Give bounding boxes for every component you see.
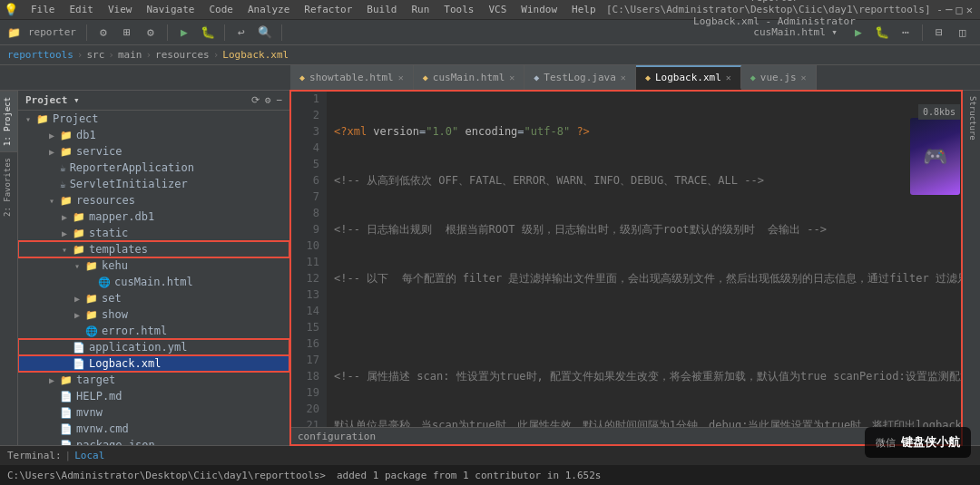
toolbar-layout2-btn[interactable]: ◫ — [953, 23, 973, 43]
sidebar-collapse-icon[interactable]: − — [276, 94, 282, 106]
tree-item-mvnw-cmd[interactable]: 📄 mvnw.cmd — [18, 421, 289, 437]
breadcrumb-main[interactable]: main — [118, 49, 142, 61]
menu-item-code[interactable]: Code — [201, 4, 240, 15]
breadcrumb-src[interactable]: src — [86, 49, 104, 61]
editor-area[interactable]: 1 2 3 4 5 6 7 8 9 10 11 12 13 14 15 16 1 — [290, 91, 962, 445]
menu-item-vcs[interactable]: VCS — [481, 4, 514, 15]
tab-logback-close[interactable]: ✕ — [726, 73, 731, 82]
menu-item-analyze[interactable]: Analyze — [240, 4, 297, 15]
tree-label-error: error.html — [102, 325, 167, 337]
file-icon-error: 🌐 — [85, 325, 98, 337]
tree-item-logback[interactable]: 📄 Logback.xml — [18, 355, 289, 372]
menu-item-window[interactable]: Window — [514, 4, 564, 15]
tab-showtable[interactable]: ◆ showtable.html ✕ — [290, 65, 414, 90]
sidebar-gear-icon[interactable]: ⚙ — [265, 94, 271, 106]
arrow-templates: ▾ — [62, 245, 73, 255]
toolbar-more-btn[interactable]: ⋯ — [896, 23, 916, 43]
toolbar-debug-right-btn[interactable]: 🐛 — [872, 23, 892, 43]
menu-item-build[interactable]: Build — [359, 4, 404, 15]
watermark-name: 键盘侠小航 — [901, 434, 960, 451]
tree-label-package-json: package.json — [76, 439, 155, 445]
toolbar-layout-btn[interactable]: ⊞ — [117, 23, 137, 43]
title-text: reporter [C:\Users\Administrator\Desktop… — [603, 0, 946, 27]
tree-item-target[interactable]: ▶ 📁 target — [18, 372, 289, 388]
menu-item-edit[interactable]: Edit — [63, 4, 102, 15]
tree-item-service[interactable]: ▶ 📁 service — [18, 143, 289, 160]
arrow-target: ▶ — [49, 375, 60, 385]
tree-item-kehu[interactable]: ▾ 📁 kehu — [18, 257, 289, 274]
tree-item-cusmain[interactable]: 🌐 cusMain.html — [18, 274, 289, 290]
vtab-structure[interactable]: Structure — [963, 91, 980, 146]
tree-label-show: show — [102, 308, 128, 321]
editor-content[interactable]: 1 2 3 4 5 6 7 8 9 10 11 12 13 14 15 16 1 — [290, 91, 962, 427]
tree-item-project[interactable]: ▾ 📁 Project — [18, 111, 289, 127]
tree-label-kehu: kehu — [102, 259, 128, 272]
vtab-project[interactable]: 1: Project — [0, 91, 17, 151]
maximize-btn[interactable]: □ — [956, 4, 963, 16]
tree-item-reporter-app[interactable]: ☕ ReporterApplication — [18, 160, 289, 176]
toolbar-settings-btn[interactable]: ⚙ — [93, 23, 113, 43]
breadcrumb-reporttools[interactable]: reporttools — [7, 49, 74, 61]
bottom-path-bar: C:\Users\Administrator\Desktop\Ciic\day1… — [0, 465, 980, 485]
folder-icon-show: 📁 — [85, 309, 98, 321]
tree-item-set[interactable]: ▶ 📁 set — [18, 290, 289, 306]
menu-item-view[interactable]: View — [101, 4, 140, 15]
breadcrumb-logback[interactable]: Logback.xml — [222, 49, 289, 61]
tab-cusmain[interactable]: ◆ cusMain.html ✕ — [414, 65, 525, 90]
menu-item-refactor[interactable]: Refactor — [297, 4, 359, 15]
tree-item-mvnw[interactable]: 📄 mvnw — [18, 404, 289, 421]
tree-item-package-json[interactable]: 📄 package.json — [18, 437, 289, 445]
toolbar-run-btn[interactable]: ▶ — [174, 23, 194, 43]
close-btn[interactable]: ✕ — [966, 4, 973, 16]
toolbar-run-right-btn[interactable]: ▶ — [848, 23, 868, 43]
toolbar-terminal-btn[interactable]: ⊟ — [929, 23, 949, 43]
tree-item-app-yml[interactable]: 📄 application.yml — [18, 339, 289, 355]
menu-item-tools[interactable]: Tools — [436, 4, 481, 15]
tab-cusmain-close[interactable]: ✕ — [509, 73, 514, 82]
breadcrumb-sep-1: › — [77, 49, 83, 61]
tab-logback[interactable]: ◆ Logback.xml ✕ — [636, 65, 741, 90]
ln-20: 20 — [290, 401, 319, 417]
tab-vuejs[interactable]: ◆ vue.js ✕ — [741, 65, 817, 90]
toolbar-separator-4 — [281, 24, 282, 41]
tree-item-mapper[interactable]: ▶ 📁 mapper.db1 — [18, 209, 289, 225]
ln-17: 17 — [290, 352, 319, 368]
vtab-favorites[interactable]: 2: Favorites — [0, 151, 17, 222]
ln-12: 12 — [290, 270, 319, 286]
line-numbers: 1 2 3 4 5 6 7 8 9 10 11 12 13 14 15 16 1 — [290, 91, 327, 427]
tree-item-servlet[interactable]: ☕ ServletInitializer — [18, 176, 289, 192]
tab-showtable-close[interactable]: ✕ — [398, 73, 404, 82]
terminal-local[interactable]: Local — [74, 450, 104, 461]
corner-thumbnail: 🎮 — [910, 118, 960, 195]
toolbar-git-btn[interactable]: ↩ — [231, 23, 251, 43]
right-vertical-tabs: Structure — [962, 91, 980, 445]
tree-item-static[interactable]: ▶ 📁 static — [18, 225, 289, 241]
tree-item-help[interactable]: 📄 HELP.md — [18, 388, 289, 404]
code-content[interactable]: <?xml version="1.0" encoding="utf-8" ?> … — [327, 91, 962, 427]
tab-testlog-close[interactable]: ✕ — [621, 73, 626, 82]
toolbar-config-btn[interactable]: ⚙ — [141, 23, 161, 43]
tree-item-resources[interactable]: ▾ 📁 resources — [18, 192, 289, 209]
tree-item-error[interactable]: 🌐 error.html — [18, 323, 289, 339]
sidebar-sync-icon[interactable]: ⟳ — [251, 94, 260, 106]
toolbar-project-dropdown[interactable]: reporter — [24, 26, 80, 38]
tab-vuejs-label: vue.js — [760, 72, 797, 83]
minimize-btn[interactable]: ─ — [946, 4, 952, 16]
menu-item-file[interactable]: File — [24, 4, 63, 15]
tab-testlog[interactable]: ◆ TestLog.java ✕ — [524, 65, 636, 90]
file-icon-app-yml: 📄 — [73, 342, 85, 354]
arrow-set: ▶ — [74, 294, 85, 304]
breadcrumb-resources[interactable]: resources — [155, 49, 210, 61]
tree-item-show[interactable]: ▶ 📁 show — [18, 306, 289, 323]
file-icon-mvnw: 📄 — [60, 407, 73, 419]
menu-item-run[interactable]: Run — [404, 4, 436, 15]
tree-item-templates[interactable]: ▾ 📁 templates — [18, 241, 289, 257]
menu-item-help[interactable]: Help — [564, 4, 603, 15]
code-line-2: <!-- 从高到低依次 OFF、FATAL、ERROR、WARN、INFO、DE… — [334, 172, 955, 189]
tree-item-db1[interactable]: ▶ 📁 db1 — [18, 127, 289, 143]
toolbar-search-btn[interactable]: 🔍 — [255, 23, 275, 43]
menu-item-navigate[interactable]: Navigate — [140, 4, 202, 15]
toolbar-debug-btn[interactable]: 🐛 — [198, 23, 218, 43]
tree-label-db1: db1 — [76, 129, 96, 141]
tab-vuejs-close[interactable]: ✕ — [801, 73, 807, 82]
